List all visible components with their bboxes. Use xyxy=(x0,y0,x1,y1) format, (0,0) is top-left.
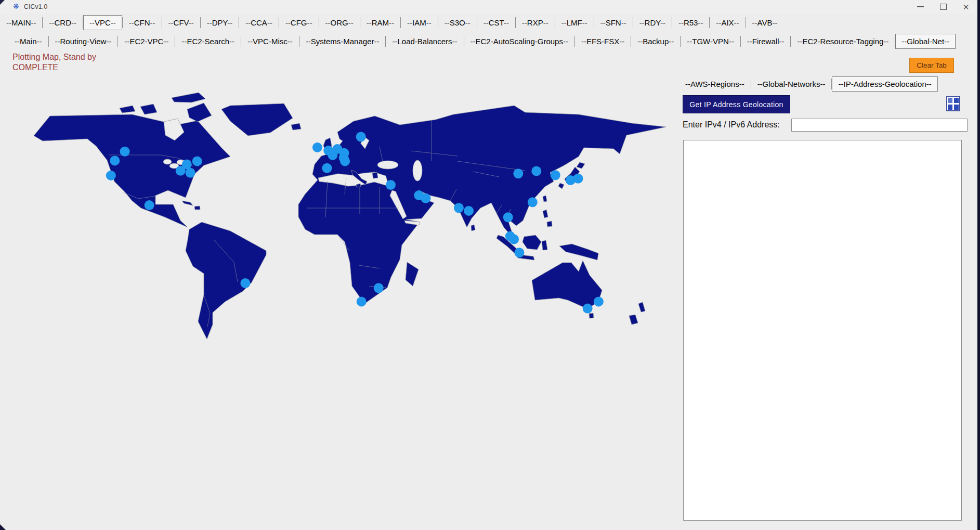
region-marker-beijing xyxy=(531,166,541,176)
tab-avb[interactable]: --AVB-- xyxy=(746,15,784,30)
subtab-load-balancers[interactable]: --Load-Balancers-- xyxy=(386,34,463,49)
region-marker-n-virginia xyxy=(186,168,195,178)
tab-ram[interactable]: --RAM-- xyxy=(360,15,400,30)
panel-tab-aws-regions[interactable]: --AWS-Regions-- xyxy=(679,76,751,92)
subtab-routing-view[interactable]: --Routing-View-- xyxy=(49,34,118,49)
panel-tab-ip-address-geolocation[interactable]: --IP-Address-Geolocation-- xyxy=(832,76,937,92)
title-bar: ❋ CICv1.0 ✕ xyxy=(0,0,980,14)
app-icon: ❋ xyxy=(13,2,19,10)
grid-pane-icon xyxy=(948,98,952,103)
region-marker-sydney xyxy=(594,296,604,306)
map-status-text: Plotting Map, Stand by COMPLETE xyxy=(12,52,96,73)
region-marker-spain xyxy=(322,163,332,173)
grid-pane-icon xyxy=(954,105,959,110)
tab-dpy[interactable]: --DPY-- xyxy=(201,15,239,30)
region-marker-seoul xyxy=(551,170,560,180)
region-marker-stockholm xyxy=(356,132,366,142)
corner-artifact-top-left xyxy=(0,0,5,5)
tab-iam[interactable]: --IAM-- xyxy=(401,15,438,30)
subtab-firewall[interactable]: --Firewall-- xyxy=(741,34,791,49)
tab-cfn[interactable]: --CFN-- xyxy=(123,15,162,30)
region-marker-dublin xyxy=(312,143,322,152)
tab-crd[interactable]: --CRD-- xyxy=(43,15,82,30)
status-line-1: Plotting Map, Stand by xyxy=(12,52,96,62)
close-icon: ✕ xyxy=(963,3,970,11)
tab-rxp[interactable]: --RXP-- xyxy=(516,15,555,30)
tab-cfg[interactable]: --CFG-- xyxy=(279,15,319,30)
application-window: ❋ CICv1.0 ✕ --MAIN----CRD----VPC----CFN-… xyxy=(0,0,980,530)
subtab-ec2-vpc[interactable]: --EC2-VPC-- xyxy=(118,34,175,49)
maximize-button[interactable] xyxy=(932,0,955,14)
corner-artifact-bottom-left xyxy=(0,524,6,530)
region-marker-mumbai xyxy=(454,203,464,213)
window-right-edge xyxy=(977,0,980,530)
status-line-2: COMPLETE xyxy=(12,62,96,73)
region-marker-montreal xyxy=(192,156,202,166)
grid-pane-icon xyxy=(948,105,952,110)
global-net-tab-bar: --AWS-Regions----Global-Networks----IP-A… xyxy=(679,76,938,92)
region-marker-johannesburg xyxy=(374,283,384,293)
ip-address-input[interactable] xyxy=(791,119,968,132)
subtab-efs-fsx[interactable]: --EFS-FSX-- xyxy=(575,34,631,49)
ip-address-label: Enter IPv4 / IPv6 Address: xyxy=(683,120,780,130)
region-marker-milan xyxy=(340,156,350,166)
tab-main[interactable]: --MAIN-- xyxy=(0,15,42,30)
region-marker-uae xyxy=(421,193,430,203)
tab-r53[interactable]: --R53-- xyxy=(672,15,710,30)
subtab-backup[interactable]: --Backup-- xyxy=(631,34,680,49)
subtab-ec2-resource-tagging[interactable]: --EC2-Resource-Tagging-- xyxy=(791,34,895,49)
vpc-sub-tab-bar: --Main----Routing-View----EC2-VPC----EC2… xyxy=(8,32,956,50)
panel-tab-global-networks[interactable]: --Global-Networks-- xyxy=(751,76,832,92)
subtab-ec2-search[interactable]: --EC2-Search-- xyxy=(175,34,241,49)
maximize-icon xyxy=(940,4,947,10)
region-marker-hyderabad xyxy=(464,206,474,216)
minimize-button[interactable] xyxy=(909,0,932,14)
subtab-vpc-misc[interactable]: --VPC-Misc-- xyxy=(241,34,299,49)
region-marker-oregon xyxy=(110,156,120,165)
clear-tab-button[interactable]: Clear Tab xyxy=(909,58,954,73)
tab-org[interactable]: --ORG-- xyxy=(319,15,360,30)
region-marker-queretaro xyxy=(145,200,154,210)
tab-s3o[interactable]: --S3O-- xyxy=(438,15,477,30)
tab-cfv[interactable]: --CFV-- xyxy=(162,15,200,30)
tab-aix[interactable]: --AIX-- xyxy=(710,15,745,30)
tab-rdy[interactable]: --RDY-- xyxy=(633,15,672,30)
world-map xyxy=(16,88,676,364)
region-marker-tel-aviv xyxy=(386,180,396,190)
tab-lmf[interactable]: --LMF-- xyxy=(555,15,594,30)
subtab-main[interactable]: --Main-- xyxy=(8,34,48,49)
tab-cst[interactable]: --CST-- xyxy=(477,15,515,30)
region-marker-bangkok xyxy=(503,212,513,222)
region-marker-tokyo xyxy=(573,174,583,184)
tab-cca[interactable]: --CCA-- xyxy=(239,15,279,30)
region-marker-toronto xyxy=(182,160,192,170)
region-marker-melbourne xyxy=(583,304,593,314)
region-marker-ningxia xyxy=(513,169,523,178)
region-marker-n-california xyxy=(106,171,116,180)
window-title: CICv1.0 xyxy=(24,3,47,10)
region-marker-paris xyxy=(328,150,337,160)
region-marker-cape-town xyxy=(357,296,367,306)
minimize-icon xyxy=(917,6,924,7)
tab-sfn[interactable]: --SFN-- xyxy=(594,15,633,30)
region-marker-sao-paulo xyxy=(240,278,250,288)
subtab-tgw-vpn[interactable]: --TGW-VPN-- xyxy=(681,34,740,49)
main-tab-bar: --MAIN----CRD----VPC----CFN----CFV----DP… xyxy=(0,14,783,31)
window-grid-icon[interactable] xyxy=(946,96,960,111)
subtab-systems-manager[interactable]: --Systems-Manager-- xyxy=(299,34,386,49)
close-button[interactable]: ✕ xyxy=(955,0,977,14)
region-marker-calgary xyxy=(120,147,130,157)
subtab-ec2-autoscaling-groups[interactable]: --EC2-AutoScaling-Groups-- xyxy=(464,34,574,49)
geolocation-output[interactable] xyxy=(683,140,962,521)
subtab-global-net[interactable]: --Global-Net-- xyxy=(895,34,956,49)
region-marker-jakarta xyxy=(514,248,524,257)
region-marker-hong-kong xyxy=(528,197,538,207)
grid-pane-icon xyxy=(954,98,959,103)
tab-vpc[interactable]: --VPC-- xyxy=(83,15,122,30)
region-marker-singapore xyxy=(509,235,519,244)
get-ip-geolocation-button[interactable]: Get IP Address Geolocation xyxy=(683,95,790,113)
